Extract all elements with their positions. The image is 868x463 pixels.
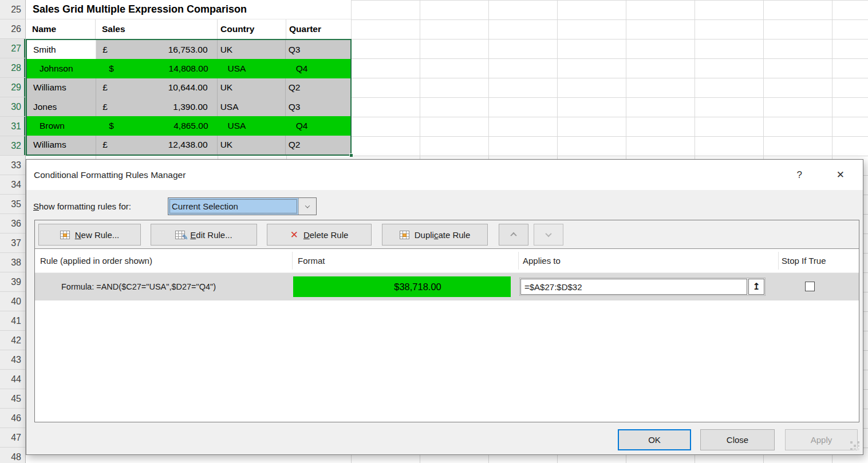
row-header-25[interactable]: 25	[0, 0, 25, 19]
column-header-sales: Sales	[96, 19, 218, 39]
cell-B28[interactable]: $14,808.00	[96, 59, 217, 78]
sheet-title-cell[interactable]: Sales Grid Multiple Expression Compariso…	[26, 0, 351, 19]
cell-B31[interactable]: $4,865.00	[96, 116, 217, 135]
range-picker-button[interactable]: ↥	[748, 279, 764, 295]
sheet-row-27: Smith£16,753.00UKQ3	[27, 40, 350, 59]
cell-A27[interactable]: Smith	[27, 40, 96, 59]
excel-window: 2526272829303132333435363738394041424344…	[0, 0, 868, 463]
rules-toolbar: New Rule... ✎ Edit Rule... ✕ Delete Rule…	[35, 220, 859, 249]
delete-rule-button[interactable]: ✕ Delete Rule	[267, 224, 372, 246]
row-header-28[interactable]: 28	[0, 58, 25, 78]
close-icon[interactable]: ✕	[837, 160, 845, 190]
cell-C32[interactable]: UK	[218, 136, 286, 155]
cell-C30[interactable]: USA	[218, 97, 286, 116]
sheet-row-31: Brown$4,865.00USAQ4	[27, 116, 350, 135]
close-button[interactable]: Close	[700, 429, 775, 450]
row-header-column: 2526272829303132333435363738394041424344…	[0, 0, 26, 463]
apply-button[interactable]: Apply	[785, 429, 858, 450]
help-icon[interactable]: ?	[797, 160, 802, 190]
selected-range: Smith£16,753.00UKQ3Johnson$14,808.00USAQ…	[26, 39, 352, 156]
row-header-42[interactable]: 42	[0, 331, 25, 350]
grid-new-icon	[60, 231, 70, 239]
show-rules-selected-value: Current Selection	[168, 198, 298, 215]
column-header-name: Name	[26, 19, 96, 39]
cf-rules-manager-dialog: Conditional Formatting Rules Manager ? ✕…	[26, 159, 863, 455]
resize-grip-icon[interactable]	[850, 441, 860, 451]
row-header-29[interactable]: 29	[0, 78, 25, 97]
row-header-35[interactable]: 35	[0, 195, 25, 214]
edit-rule-button[interactable]: ✎ Edit Rule...	[151, 224, 257, 246]
row-header-32[interactable]: 32	[0, 136, 25, 156]
row-header-38[interactable]: 38	[0, 253, 25, 272]
chevron-down-icon[interactable]	[298, 198, 316, 215]
row-header-36[interactable]: 36	[0, 214, 25, 234]
show-rules-label: Show formatting rules for:	[33, 197, 131, 215]
row-header-47[interactable]: 47	[0, 428, 25, 448]
cell-D31[interactable]: Q4	[286, 116, 350, 135]
ok-button[interactable]: OK	[618, 429, 691, 450]
row-header-39[interactable]: 39	[0, 272, 25, 292]
move-down-button[interactable]	[534, 224, 563, 246]
column-header-quarter: Quarter	[286, 19, 352, 39]
row-header-30[interactable]: 30	[0, 97, 25, 117]
cell-A30[interactable]: Jones	[27, 97, 96, 116]
chevron-up-icon	[510, 232, 516, 239]
row-header-40[interactable]: 40	[0, 292, 25, 311]
red-x-icon: ✕	[290, 230, 298, 240]
rules-list-header: Rule (applied in order shown) Format App…	[35, 249, 859, 273]
cell-D27[interactable]: Q3	[286, 40, 350, 59]
cell-C29[interactable]: UK	[218, 78, 286, 97]
applies-column-header: Applies to	[523, 249, 561, 273]
sheet-row-30: Jones£1,390.00USAQ3	[27, 97, 350, 116]
show-rules-dropdown[interactable]: Current Selection	[168, 197, 317, 215]
row-header-31[interactable]: 31	[0, 117, 25, 136]
duplicate-rule-button[interactable]: Duplicate Rule	[382, 224, 488, 246]
row-header-26[interactable]: 26	[0, 19, 25, 39]
stop-column-header: Stop If True	[782, 249, 826, 273]
format-preview: $38,718.00	[293, 276, 511, 297]
cell-A31[interactable]: Brown	[27, 116, 96, 135]
cell-B27[interactable]: £16,753.00	[96, 40, 217, 59]
sheet-row-29: Williams£10,644.00UKQ2	[27, 78, 350, 97]
cell-D29[interactable]: Q2	[286, 78, 350, 97]
sheet-row-28: Johnson$14,808.00USAQ4	[27, 59, 350, 78]
cell-A29[interactable]: Williams	[27, 78, 96, 97]
rule-column-header: Rule (applied in order shown)	[40, 249, 152, 273]
row-header-45[interactable]: 45	[0, 389, 25, 409]
dialog-titlebar: Conditional Formatting Rules Manager ? ✕	[26, 160, 863, 190]
cell-A28[interactable]: Johnson	[27, 59, 96, 78]
move-up-button[interactable]	[499, 224, 528, 246]
dialog-title: Conditional Formatting Rules Manager	[34, 160, 186, 190]
grid-edit-icon: ✎	[175, 231, 185, 239]
rule-row[interactable]: Formula: =AND($C27="USA",$D27="Q4") $38,…	[35, 273, 859, 300]
cell-C28[interactable]: USA	[218, 59, 286, 78]
row-header-46[interactable]: 46	[0, 409, 25, 428]
rule-formula: Formula: =AND($C27="USA",$D27="Q4")	[61, 273, 216, 300]
row-header-33[interactable]: 33	[0, 156, 25, 175]
applies-to-field: ↥	[519, 278, 766, 296]
sheet-row-32: Williams£12,438.00UKQ2	[27, 136, 350, 155]
cell-D32[interactable]: Q2	[286, 136, 350, 155]
grid-duplicate-icon	[400, 231, 409, 239]
cell-A32[interactable]: Williams	[27, 136, 96, 155]
row-header-43[interactable]: 43	[0, 350, 25, 370]
cell-B30[interactable]: £1,390.00	[96, 97, 217, 116]
fill-handle[interactable]	[349, 153, 353, 157]
cell-C27[interactable]: UK	[218, 40, 286, 59]
row-header-27[interactable]: 27	[0, 39, 25, 58]
chevron-down-icon	[545, 231, 551, 237]
cell-C31[interactable]: USA	[218, 116, 286, 135]
row-header-41[interactable]: 41	[0, 311, 25, 331]
applies-to-input[interactable]	[520, 279, 747, 295]
row-header-44[interactable]: 44	[0, 370, 25, 389]
row-header-37[interactable]: 37	[0, 234, 25, 253]
stop-if-true-checkbox[interactable]	[805, 282, 815, 291]
cell-D30[interactable]: Q3	[286, 97, 350, 116]
cell-B32[interactable]: £12,438.00	[96, 136, 217, 155]
row-header-48[interactable]: 48	[0, 448, 25, 463]
cell-D28[interactable]: Q4	[286, 59, 350, 78]
row-header-34[interactable]: 34	[0, 175, 25, 195]
new-rule-button[interactable]: New Rule...	[38, 224, 141, 246]
cell-B29[interactable]: £10,644.00	[96, 78, 217, 97]
column-header-country: Country	[218, 19, 286, 39]
